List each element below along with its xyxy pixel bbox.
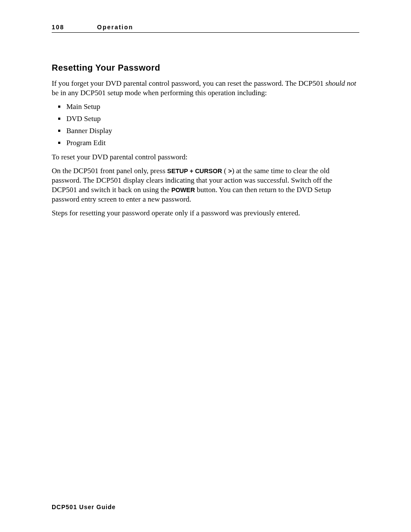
intro-paragraph: If you forget your DVD parental control … (52, 79, 359, 98)
text: On the DCP501 front panel only, press (52, 167, 167, 175)
reset-intro-line: To reset your DVD parental control passw… (52, 152, 359, 162)
text: ( (222, 167, 228, 175)
intro-text-1: If you forget your DVD parental control … (52, 79, 325, 87)
document-page: 108 Operation Resetting Your Password If… (0, 0, 411, 532)
section-title: Resetting Your Password (52, 63, 359, 73)
key-symbol: > (228, 168, 232, 174)
list-item: Banner Display (65, 126, 359, 136)
page-footer: DCP501 User Guide (52, 504, 116, 510)
intro-text-2: be in any DCP501 setup mode when perform… (52, 89, 267, 97)
page-header: 108 Operation (52, 24, 359, 33)
key-power: POWER (171, 187, 195, 193)
list-item: Program Edit (65, 138, 359, 148)
key-combo: SETUP + CURSOR (167, 168, 222, 174)
list-item: Main Setup (65, 102, 359, 112)
header-section: Operation (97, 24, 133, 31)
reset-instructions: On the DCP501 front panel only, press SE… (52, 166, 359, 204)
intro-italic: should not (325, 79, 356, 87)
page-number: 108 (52, 24, 64, 31)
mode-list: Main Setup DVD Setup Banner Display Prog… (52, 102, 359, 148)
note-paragraph: Steps for resetting your password operat… (52, 208, 359, 218)
list-item: DVD Setup (65, 114, 359, 124)
